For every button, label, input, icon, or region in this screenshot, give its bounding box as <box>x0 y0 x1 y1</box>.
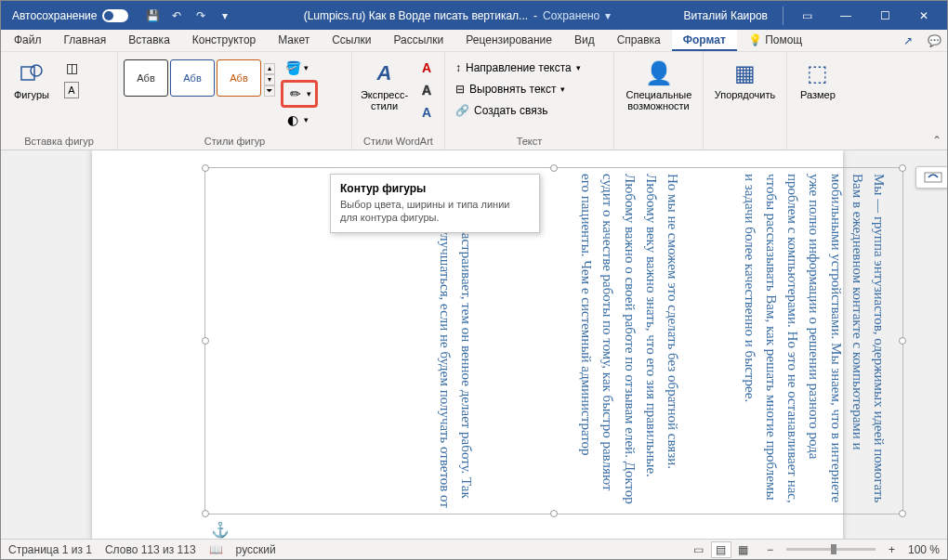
link-icon: 🔗 <box>455 104 469 117</box>
toggle-switch-icon <box>102 9 128 22</box>
text-fill-button[interactable]: A <box>415 58 439 78</box>
group-label-insert-shapes: Вставка фигур <box>7 133 112 150</box>
document-title: (Lumpics.ru) Как в Ворде писать вертикал… <box>242 9 672 22</box>
view-mode-switcher: ▭ ▤ ▦ <box>689 541 754 558</box>
text-box-button[interactable]: A <box>60 80 85 100</box>
text-direction-button[interactable]: ↕Направление текста▾ <box>451 58 586 78</box>
scroll-up-icon[interactable]: ▴ <box>264 63 275 74</box>
size-button[interactable]: ⬚ Размер <box>793 56 843 102</box>
shape-outline-button[interactable]: ✏▾ <box>283 84 315 104</box>
print-layout-icon[interactable]: ▤ <box>711 541 731 558</box>
shapes-button[interactable]: Фигуры <box>7 56 57 102</box>
layout-options-badge[interactable] <box>915 166 947 189</box>
zoom-slider[interactable] <box>786 548 876 551</box>
shape-fill-button[interactable]: 🪣▾ <box>281 58 318 78</box>
tab-home[interactable]: Главная <box>53 30 118 51</box>
share-icon[interactable]: ↗ <box>895 30 921 51</box>
tooltip-title: Контур фигуры <box>340 182 530 195</box>
resize-handle[interactable] <box>550 164 558 172</box>
resize-handle[interactable] <box>202 164 209 172</box>
more-styles-icon[interactable]: ⏷ <box>264 85 275 97</box>
tab-file[interactable]: Файл <box>3 30 53 51</box>
anchor-icon: ⚓ <box>211 521 230 539</box>
shapes-label: Фигуры <box>14 89 49 100</box>
tab-design[interactable]: Конструктор <box>181 30 267 51</box>
shapes-icon <box>20 58 44 89</box>
shape-outline-highlight: ✏▾ <box>281 80 318 108</box>
minimize-icon[interactable]: — <box>826 1 865 30</box>
text-outline-button[interactable]: A <box>415 80 439 100</box>
wordart-styles-button[interactable]: A Экспресс- стили <box>358 56 411 113</box>
svg-rect-0 <box>21 67 34 80</box>
undo-icon[interactable]: ↶ <box>167 7 186 25</box>
read-mode-icon[interactable]: ▭ <box>689 541 709 558</box>
tab-help[interactable]: Справка <box>606 30 672 51</box>
redo-icon[interactable]: ↷ <box>191 7 210 25</box>
web-layout-icon[interactable]: ▦ <box>733 541 754 558</box>
language-status[interactable]: русский <box>236 543 276 556</box>
tab-tellme[interactable]: 💡 Помощ <box>737 30 813 51</box>
comments-icon[interactable]: 💬 <box>921 30 947 51</box>
create-link-button[interactable]: 🔗Создать связь <box>451 100 586 121</box>
wrap-icon <box>923 171 943 184</box>
group-label-wordart: Стили WordArt <box>358 133 439 150</box>
resize-handle[interactable] <box>202 510 209 517</box>
fill-icon: 🪣 <box>284 59 301 76</box>
resize-handle[interactable] <box>899 510 906 517</box>
resize-handle[interactable] <box>550 510 558 517</box>
wordart-icon: A <box>377 58 392 89</box>
tab-insert[interactable]: Вставка <box>117 30 181 51</box>
resize-handle[interactable] <box>899 164 906 172</box>
word-count[interactable]: Слово 113 из 113 <box>105 543 196 556</box>
shape-effects-button[interactable]: ◐▾ <box>281 110 318 130</box>
close-icon[interactable]: ✕ <box>904 1 943 30</box>
save-icon[interactable]: 💾 <box>143 7 162 25</box>
tab-view[interactable]: Вид <box>563 30 606 51</box>
shape-style-2[interactable]: Абв <box>170 59 215 97</box>
tab-mailings[interactable]: Рассылки <box>382 30 454 51</box>
ribbon-options-icon[interactable]: ▭ <box>787 1 826 30</box>
align-text-button[interactable]: ⊟Выровнять текст▾ <box>451 79 586 99</box>
group-label-shape-styles: Стили фигур <box>124 133 346 150</box>
zoom-level[interactable]: 100 % <box>908 543 940 556</box>
tab-references[interactable]: Ссылки <box>321 30 382 51</box>
accessibility-icon: 👤 <box>645 58 673 89</box>
shape-style-3[interactable]: Абв <box>217 59 261 97</box>
edit-shape-button[interactable]: ◫ <box>60 58 85 78</box>
size-icon: ⬚ <box>807 58 828 89</box>
page-status[interactable]: Страница 1 из 1 <box>8 543 92 556</box>
chevron-down-icon[interactable]: ▾ <box>216 7 234 25</box>
resize-handle[interactable] <box>202 337 209 345</box>
tab-format[interactable]: Формат <box>672 30 737 51</box>
window-controls: ▭ — ☐ ✕ <box>787 1 943 30</box>
status-bar: Страница 1 из 1 Слово 113 из 113 📖 русск… <box>1 539 947 559</box>
shape-style-1[interactable]: Абв <box>124 59 168 97</box>
tab-layout[interactable]: Макет <box>267 30 321 51</box>
doc-title-text: (Lumpics.ru) Как в Ворде писать вертикал… <box>304 9 528 22</box>
username-label: Виталий Каиров <box>672 9 779 22</box>
effects-icon: ◐ <box>284 111 301 128</box>
autosave-toggle[interactable]: Автосохранение <box>5 9 136 22</box>
maximize-icon[interactable]: ☐ <box>865 1 904 30</box>
group-label-text: Текст <box>451 133 608 150</box>
scroll-down-icon[interactable]: ▾ <box>264 74 275 85</box>
zoom-in-icon[interactable]: + <box>889 543 895 556</box>
ribbon: Фигуры ◫ A Вставка фигур Абв Абв Абв ▴ ▾… <box>1 52 947 150</box>
text-box[interactable]: Мы — группа энтузиастов, одержимых идеей… <box>204 167 903 514</box>
group-label-accessibility <box>620 133 697 150</box>
tab-review[interactable]: Рецензирование <box>454 30 563 51</box>
outline-icon: ✏ <box>287 85 304 102</box>
zoom-out-icon[interactable]: − <box>767 543 773 556</box>
quick-access-toolbar: 💾 ↶ ↷ ▾ <box>136 7 242 25</box>
autosave-label: Автосохранение <box>12 9 97 22</box>
resize-handle[interactable] <box>899 337 906 345</box>
collapse-ribbon-icon[interactable]: ⌃ <box>932 134 941 147</box>
accessibility-button[interactable]: 👤 Специальные возможности <box>620 56 697 113</box>
group-label-arrange <box>709 133 781 150</box>
spellcheck-icon[interactable]: 📖 <box>209 543 223 556</box>
svg-point-1 <box>31 65 42 76</box>
arrange-button[interactable]: ▦ Упорядочить <box>709 56 781 102</box>
arrange-icon: ▦ <box>734 58 756 89</box>
accessibility-label: Специальные возможности <box>626 89 691 111</box>
text-effects-button[interactable]: A <box>415 102 439 123</box>
